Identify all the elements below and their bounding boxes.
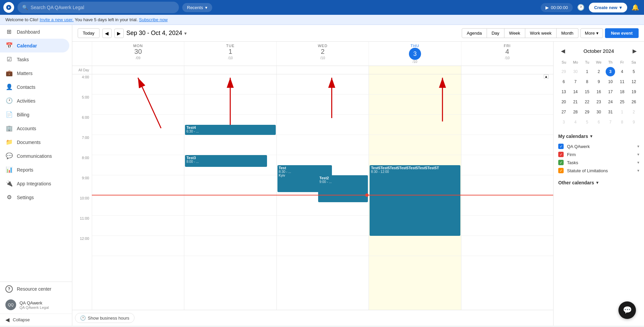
mini-cal-day[interactable]: 15 xyxy=(582,87,592,97)
day-view-tab[interactable]: Day xyxy=(487,28,504,38)
show-business-hours-button[interactable]: 🕐 Show business hours xyxy=(75,313,135,323)
user-profile[interactable]: QQ QA QAwerk QA QAwerk Legal xyxy=(0,296,72,314)
work-week-view-tab[interactable]: Work week xyxy=(525,28,557,38)
mini-cal-next[interactable]: ▶ xyxy=(630,46,639,56)
user-firm: QA QAwerk Legal xyxy=(20,305,49,310)
mini-cal-day[interactable]: 1 xyxy=(617,107,627,117)
mini-cal-day[interactable]: 8 xyxy=(617,117,627,127)
recents-button[interactable]: Recents ▾ xyxy=(182,3,212,12)
sidebar-item-calendar[interactable]: 📅 Calendar xyxy=(0,39,69,52)
mini-cal-day[interactable]: 3 xyxy=(606,67,615,76)
mini-cal-day[interactable]: 7 xyxy=(606,117,615,127)
mini-cal-day[interactable]: 4 xyxy=(617,67,627,76)
mini-cal-prev[interactable]: ◀ xyxy=(558,46,568,56)
timer-button[interactable]: ▶ 00:00:00 xyxy=(541,3,573,12)
mini-cal-day[interactable]: 28 xyxy=(571,107,580,117)
mini-cal-day[interactable]: 1 xyxy=(582,67,592,76)
day-header-fri: FRI 4 /10 xyxy=(461,42,553,66)
event-test3[interactable]: Test3 8:00 - ... xyxy=(185,155,267,167)
mini-cal-day[interactable]: 2 xyxy=(594,67,603,76)
mini-cal-day[interactable]: 26 xyxy=(629,97,639,107)
today-button[interactable]: Today xyxy=(78,28,100,38)
sidebar-item-settings[interactable]: ⚙ Settings xyxy=(0,190,69,204)
sidebar-item-communications[interactable]: 💬 Communications xyxy=(0,149,69,163)
mini-cal-day[interactable]: 12 xyxy=(629,77,639,86)
my-calendars-title[interactable]: My calendars ▾ xyxy=(558,134,639,139)
other-calendars-title[interactable]: Other calendars ▾ xyxy=(558,180,639,185)
next-arrow[interactable]: ▶ xyxy=(114,29,124,38)
week-view-tab[interactable]: Week xyxy=(504,28,525,38)
cal-item-firm[interactable]: ✓ Firm ▾ xyxy=(558,150,639,158)
search-box[interactable]: 🔍 Search QA QAwerk Legal xyxy=(17,2,179,13)
mini-cal-day[interactable]: 27 xyxy=(559,107,568,117)
mini-cal-day[interactable]: 9 xyxy=(629,117,639,127)
sidebar-item-tasks[interactable]: ☑ Tasks xyxy=(0,52,69,66)
mini-cal-day[interactable]: 6 xyxy=(594,117,603,127)
sidebar-item-billing[interactable]: 📄 Billing xyxy=(0,108,69,121)
clock-button[interactable]: 🕐 xyxy=(575,2,586,13)
mini-cal-day[interactable]: 30 xyxy=(594,107,603,117)
mini-cal-day[interactable]: 22 xyxy=(582,97,592,107)
chat-button[interactable]: 💬 xyxy=(618,301,636,319)
more-button[interactable]: More ▾ xyxy=(580,28,603,38)
cal-name-statute: Statute of Limitations xyxy=(567,168,634,173)
agenda-view-tab[interactable]: Agenda xyxy=(462,28,487,38)
mini-cal-day[interactable]: 8 xyxy=(582,77,592,86)
sidebar-item-accounts[interactable]: 🏢 Accounts xyxy=(0,121,69,135)
mini-cal-day[interactable]: 23 xyxy=(594,97,603,107)
event-test2[interactable]: Test2 9:00 - ... xyxy=(318,175,368,202)
timer-display: 00:00:00 xyxy=(551,5,568,10)
mini-cal-day[interactable]: 21 xyxy=(571,97,580,107)
sidebar-item-reports[interactable]: 📊 Reports xyxy=(0,163,69,177)
mini-cal-day[interactable]: 14 xyxy=(571,87,580,97)
mini-cal-day[interactable]: 18 xyxy=(617,87,627,97)
month-view-tab[interactable]: Month xyxy=(557,28,578,38)
mini-cal-day[interactable]: 4 xyxy=(571,117,580,127)
sidebar-item-contacts[interactable]: 👤 Contacts xyxy=(0,80,69,94)
mini-cal-day[interactable]: 29 xyxy=(582,107,592,117)
sidebar-item-documents[interactable]: 📁 Documents xyxy=(0,135,69,149)
scroll-up-indicator[interactable]: ▲ xyxy=(544,74,548,79)
event-test4[interactable]: Test4 6:30 - ... xyxy=(185,125,275,135)
sidebar-item-activities[interactable]: 🕐 Activities xyxy=(0,94,69,108)
calendar-body: MON 30 /09 TUE 1 /10 WED 2 /10 xyxy=(72,42,644,326)
sidebar-item-dashboard[interactable]: ⊞ Dashboard xyxy=(0,25,69,39)
new-event-button[interactable]: New event xyxy=(605,28,639,38)
mini-cal-day[interactable]: 30 xyxy=(571,67,580,76)
mini-cal-day[interactable]: 6 xyxy=(559,77,568,86)
mini-cal-day[interactable]: 5 xyxy=(629,67,639,76)
mini-cal-day[interactable]: 19 xyxy=(629,87,639,97)
date-range-label[interactable]: Sep 30 - Oct 4, 2024 ▾ xyxy=(126,30,187,37)
mini-cal-day[interactable]: 7 xyxy=(571,77,580,86)
mini-cal-day[interactable]: 2 xyxy=(629,107,639,117)
notifications-button[interactable]: 🔔 xyxy=(630,2,641,13)
mini-cal-day[interactable]: 9 xyxy=(594,77,603,86)
event-test5[interactable]: Test5Test5Test5Test5Test5Test5Test5T 8:3… xyxy=(370,165,460,236)
mini-cal-day[interactable]: 10 xyxy=(606,77,615,86)
sidebar-item-app-integrations[interactable]: 🔌 App Integrations xyxy=(0,177,69,190)
invite-link[interactable]: Invite a new user. xyxy=(40,17,74,22)
mini-cal-header: ◀ October 2024 ▶ xyxy=(558,46,639,56)
mini-cal-day[interactable]: 25 xyxy=(617,97,627,107)
prev-arrow[interactable]: ◀ xyxy=(102,29,112,38)
cal-item-statute[interactable]: ✓ Statute of Limitations ▾ xyxy=(558,167,639,175)
mini-cal-day[interactable]: 29 xyxy=(559,67,568,76)
mini-cal-day[interactable]: 5 xyxy=(582,117,592,127)
mini-cal-day[interactable]: 31 xyxy=(606,107,615,117)
resource-center-item[interactable]: ? Resource center xyxy=(0,282,72,296)
clock-small-icon: 🕐 xyxy=(80,315,86,321)
mini-cal-day[interactable]: 13 xyxy=(559,87,568,97)
subscribe-link[interactable]: Subscribe now xyxy=(139,17,167,22)
sidebar-item-matters[interactable]: 💼 Matters xyxy=(0,66,69,80)
mini-cal-day[interactable]: 24 xyxy=(606,97,615,107)
create-new-button[interactable]: Create new ▾ xyxy=(589,3,627,12)
mini-cal-day[interactable]: 17 xyxy=(606,87,615,97)
mini-cal-day[interactable]: 16 xyxy=(594,87,603,97)
day-header-mon: MON 30 /09 xyxy=(92,42,184,66)
mini-cal-day[interactable]: 20 xyxy=(559,97,568,107)
cal-item-qa-qawerk[interactable]: ✓ QA QAwerk ▾ xyxy=(558,142,639,150)
cal-item-tasks[interactable]: ✓ Tasks ▾ xyxy=(558,158,639,167)
sidebar-collapse[interactable]: ◀ Collapse xyxy=(0,314,72,326)
mini-cal-day[interactable]: 11 xyxy=(617,77,627,86)
mini-cal-day[interactable]: 3 xyxy=(559,117,568,127)
